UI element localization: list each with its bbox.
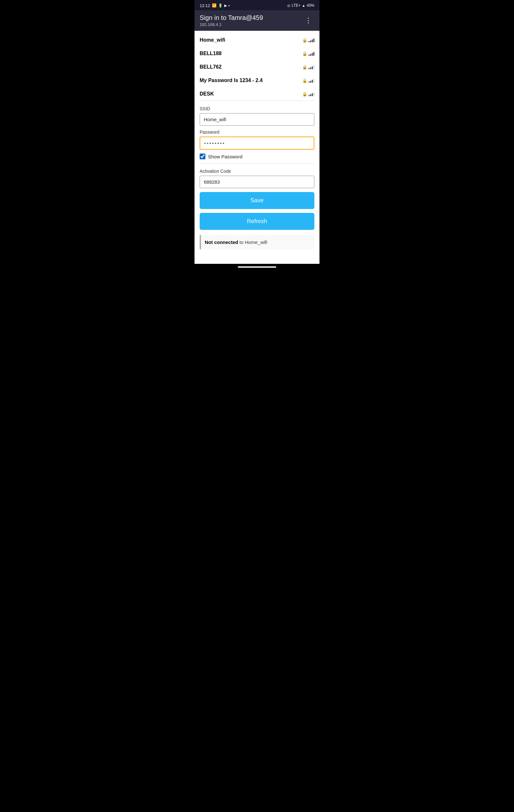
header-title: Sign in to Tamra@459: [200, 14, 263, 22]
wifi-icons: 🔒: [302, 92, 314, 96]
signal-bar: [310, 67, 311, 69]
signal-bar: [310, 54, 311, 56]
lock-icon: 🔒: [302, 38, 307, 42]
phone-wrapper: 12:12 📶 🔋 ▶ ● ◎ LTE+ ▲ 40% Sign in to Ta…: [194, 0, 320, 271]
wifi-item[interactable]: DESK🔒: [200, 87, 314, 101]
wifi-name: DESK: [200, 91, 214, 97]
signal-bar: [310, 94, 311, 96]
signal-bar: [313, 79, 314, 83]
save-button[interactable]: Save: [200, 192, 314, 209]
bottom-bar: [194, 264, 320, 271]
status-right: ◎ LTE+ ▲ 40%: [287, 3, 314, 8]
signal-bar: [309, 55, 309, 56]
wifi-name: Home_wifi: [200, 37, 225, 43]
wifi-icons: 🔒: [302, 51, 314, 56]
wifi-name: My Password Is 1234 - 2.4: [200, 78, 263, 83]
lock-icon: 🔒: [302, 92, 307, 96]
status-left: 12:12 📶 🔋 ▶ ●: [200, 3, 230, 8]
battery-charging-icon: 🔋: [218, 3, 223, 8]
lock-icon: 🔒: [302, 51, 307, 56]
signal-bar: [310, 40, 311, 42]
signal-bar: [309, 41, 309, 42]
battery-label: 40%: [307, 3, 314, 8]
dot-icon: ●: [229, 4, 230, 7]
header-subtitle: 192.168.4.1: [200, 22, 263, 27]
signal-bar: [312, 39, 313, 42]
signal-bars: [309, 65, 314, 69]
status-message: Not connected to Home_wifi: [200, 235, 314, 250]
signal-bar: [313, 92, 314, 96]
wifi-icons: 🔒: [302, 65, 314, 69]
lock-icon: 🔒: [302, 78, 307, 83]
signal-bars: [309, 92, 314, 96]
signal-bars: [309, 38, 314, 42]
wifi-item[interactable]: BELL188🔒: [200, 47, 314, 60]
signal-bar: [312, 93, 313, 96]
password-input[interactable]: [200, 137, 314, 150]
status-message-rest: to Home_wifi: [238, 239, 267, 245]
wifi-icons: 🔒: [302, 38, 314, 42]
show-password-checkbox[interactable]: [200, 153, 205, 159]
signal-bar: [312, 66, 313, 69]
wifi-name: BELL188: [200, 51, 221, 56]
signal-bar: [313, 52, 314, 56]
signal-bar: [313, 65, 314, 69]
more-options-icon[interactable]: ⋮: [303, 15, 314, 26]
status-bar: 12:12 📶 🔋 ▶ ● ◎ LTE+ ▲ 40%: [194, 0, 320, 10]
wifi-item[interactable]: Home_wifi🔒: [200, 33, 314, 47]
wifi-name: BELL762: [200, 64, 221, 70]
signal-bar: [312, 80, 313, 83]
wifi-icons: 🔒: [302, 78, 314, 83]
status-message-bold: Not connected: [205, 239, 238, 245]
show-password-row: Show Password: [200, 153, 314, 159]
form-section: SSID Password Show Password Activation C…: [200, 106, 314, 250]
signal-bar: [309, 81, 309, 83]
home-indicator: [238, 266, 276, 268]
signal-bar: [313, 38, 314, 42]
ssid-label: SSID: [200, 106, 314, 111]
signal-bars: [309, 51, 314, 56]
signal-bar: [309, 68, 309, 69]
lte-label: LTE+: [292, 3, 301, 8]
show-password-label[interactable]: Show Password: [208, 154, 243, 159]
lock-icon: 🔒: [302, 65, 307, 69]
wifi-item[interactable]: My Password Is 1234 - 2.4🔒: [200, 74, 314, 87]
wifi-item[interactable]: BELL762🔒: [200, 60, 314, 74]
time: 12:12: [200, 3, 210, 8]
signal-icon: ▲: [302, 3, 305, 7]
signal-bar: [309, 95, 309, 96]
activation-section: Activation Code: [200, 169, 314, 188]
form-divider: [200, 163, 314, 164]
youtube-icon: ▶: [224, 3, 227, 8]
password-label: Password: [200, 129, 314, 135]
activation-label: Activation Code: [200, 169, 314, 174]
signal-bar: [310, 81, 311, 83]
signal-bar: [312, 53, 313, 56]
main-content: Home_wifi🔒BELL188🔒BELL762🔒My Password Is…: [194, 31, 320, 264]
header-title-block: Sign in to Tamra@459 192.168.4.1: [200, 14, 263, 27]
refresh-button[interactable]: Refresh: [200, 213, 314, 230]
wifi-signal-icon: 📶: [212, 3, 217, 8]
signal-bars: [309, 78, 314, 83]
app-header: Sign in to Tamra@459 192.168.4.1 ⋮: [194, 10, 320, 31]
ssid-input[interactable]: [200, 113, 314, 126]
location-icon: ◎: [287, 3, 290, 8]
activation-input[interactable]: [200, 176, 314, 188]
wifi-list: Home_wifi🔒BELL188🔒BELL762🔒My Password Is…: [200, 31, 314, 101]
